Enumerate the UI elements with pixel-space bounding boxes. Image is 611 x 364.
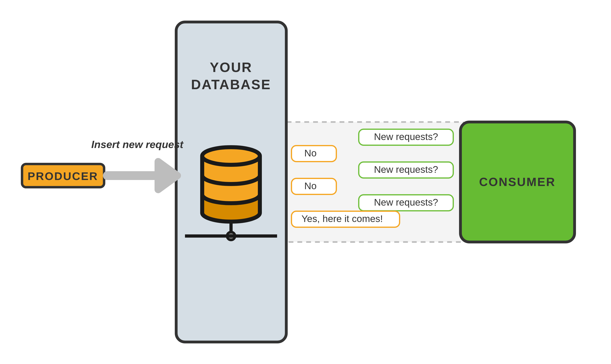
- producer-label: PRODUCER: [28, 170, 98, 182]
- consumer-node: CONSUMER: [461, 122, 575, 242]
- svg-text:New requests?: New requests?: [374, 131, 438, 142]
- svg-marker-19: [158, 162, 177, 190]
- svg-point-13: [202, 147, 260, 165]
- insert-edge-label: Insert new request: [91, 139, 184, 150]
- database-title-line1: YOUR: [210, 60, 252, 75]
- database-panel: YOUR DATABASE: [176, 22, 286, 342]
- bubble-ans-3: Yes, here it comes!: [291, 211, 400, 227]
- diagram-canvas: YOUR DATABASE PRODUCER: [0, 0, 611, 364]
- insert-arrow: [107, 162, 177, 190]
- bubble-ask-2: New requests?: [359, 162, 453, 178]
- bubble-ans-2: No: [291, 178, 336, 195]
- svg-text:No: No: [304, 181, 316, 191]
- svg-text:Yes, here it comes!: Yes, here it comes!: [301, 213, 383, 224]
- bubble-ask-3: New requests?: [359, 195, 453, 211]
- bubble-ans-1: No: [291, 146, 336, 162]
- consumer-label: CONSUMER: [479, 175, 556, 189]
- producer-node: PRODUCER: [22, 164, 104, 187]
- svg-text:No: No: [304, 148, 316, 158]
- svg-text:New requests?: New requests?: [374, 197, 438, 208]
- svg-text:New requests?: New requests?: [374, 164, 438, 175]
- bubble-ask-1: New requests?: [359, 129, 453, 145]
- database-title-line2: DATABASE: [191, 77, 271, 92]
